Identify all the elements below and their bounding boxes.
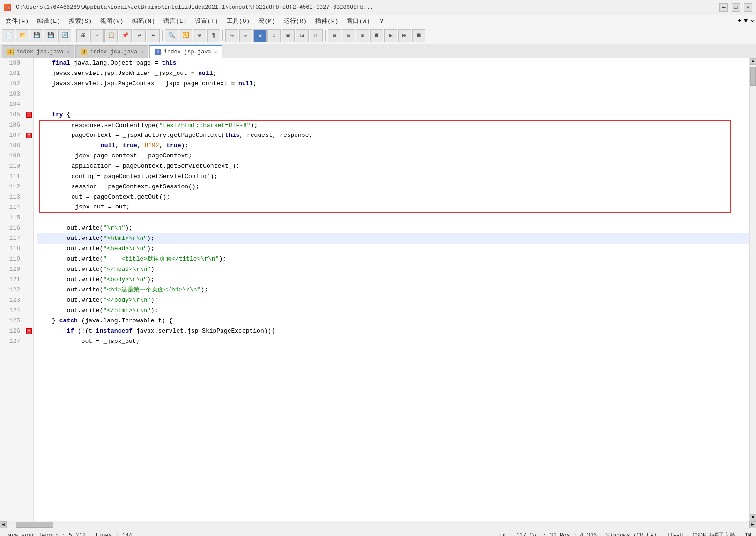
toolbar-b11[interactable]: ⏺ [370,29,383,42]
toolbar-new[interactable]: 📄 [2,29,15,42]
ln-111: 111 [0,171,20,182]
close-button[interactable]: ✕ [744,3,752,12]
toolbar-replace[interactable]: 🔁 [179,29,192,42]
ln-123: 123 [0,295,20,305]
toolbar-b2[interactable]: ⇤ [239,29,252,42]
menu-search[interactable]: 搜索(S) [65,16,96,26]
scroll-right-arrow[interactable]: ▶ [749,521,756,528]
toolbar-find[interactable]: 🔍 [165,29,178,42]
ln-100: 100 [0,58,20,68]
ln-125: 125 [0,316,20,326]
status-source: CSDN @橘子之路 [692,531,735,536]
scrollbar-right[interactable]: ▲ ▼ [749,58,756,521]
menu-run[interactable]: 运行(R) [280,16,311,26]
toolbar-b13[interactable]: ⏭ [398,29,411,42]
fold-126-btn[interactable]: − [26,328,32,334]
menu-close[interactable]: ✕ [750,17,754,25]
scroll-left-arrow[interactable]: ◀ [0,521,7,528]
ln-110: 110 [0,161,20,171]
menu-plugin[interactable]: 插件(P) [311,16,342,26]
scroll-thumb[interactable] [750,67,756,86]
tab-2-icon: J [81,49,87,55]
toolbar-b10[interactable]: ◉ [356,29,369,42]
title-bar: 🔧 C:\Users\1764466269\AppData\Local\JetB… [0,0,756,15]
code-line-103 [37,89,749,99]
menu-encode[interactable]: 编码(N) [128,16,159,26]
ln-122: 122 [0,285,20,295]
toolbar-reload[interactable]: 🔄 [58,29,71,42]
toolbar-save[interactable]: 💾 [30,29,43,42]
ln-103: 103 [0,89,20,99]
toolbar-open[interactable]: 📂 [16,29,29,42]
toolbar-b7[interactable]: ◫ [310,29,323,42]
menu-tools[interactable]: 工具(O) [223,16,253,26]
toolbar-b6[interactable]: ◪ [296,29,309,42]
toolbar-indent[interactable]: ⇥ [225,29,238,42]
fold-109 [24,151,33,161]
fold-107[interactable]: − [24,130,33,141]
toolbar-print[interactable]: 🖨 [76,29,89,42]
toolbar-zoom-in[interactable]: ⊕ [193,29,206,42]
toolbar-paste[interactable]: 📌 [119,29,132,42]
editor: 100 101 102 103 104 105 106 107 108 109 … [0,58,756,521]
status-lines: lines : 144 [95,532,132,536]
menu-dropdown[interactable]: ▼ [744,17,748,24]
menu-settings[interactable]: 设置(T) [191,16,222,26]
fold-120 [24,264,33,275]
toolbar-cut[interactable]: ✂ [90,29,104,42]
fold-111 [24,171,33,182]
menu-view[interactable]: 视图(V) [96,16,127,26]
toolbar-b12[interactable]: ▶ [384,29,397,42]
toolbar-copy[interactable]: 📋 [104,29,118,42]
tab-2-label: index_jsp.java [90,49,137,55]
tab-2[interactable]: J index_jsp.java ✕ [75,45,148,58]
tab-1-close[interactable]: ✕ [67,49,70,55]
scrollbar-bottom[interactable]: ◀ ▶ [0,521,756,528]
scroll-h-thumb[interactable] [16,522,53,528]
minimize-button[interactable]: — [719,3,728,12]
code-area[interactable]: final java.lang.Object page = this; java… [34,58,749,521]
menu-language[interactable]: 语言(L) [160,16,190,26]
toolbar-save-all[interactable]: 💾 [44,29,57,42]
restore-button[interactable]: □ [732,3,740,12]
menu-window[interactable]: 窗口(W) [343,16,373,26]
toolbar-b1[interactable]: ¶ [207,29,220,42]
scroll-h-track[interactable] [7,521,749,528]
fold-127 [24,336,33,347]
code-line-113: out = pageContext.getOut(); [39,192,731,202]
status-bar-right: Ln : 117 Col : 31 Pos : 4,316 Windows (C… [499,531,751,536]
menu-file[interactable]: 文件(F) [2,16,32,26]
fold-105-btn[interactable]: − [26,112,32,118]
scroll-up-arrow[interactable]: ▲ [750,58,756,65]
ln-104: 104 [0,99,20,110]
toolbar-sep1 [74,30,74,41]
toolbar-undo[interactable]: ↩ [133,29,146,42]
tab-1[interactable]: J index_jsp.java ✕ [2,45,74,58]
fold-105[interactable]: − [24,110,33,120]
toolbar-b8[interactable]: ⊞ [328,29,341,42]
toolbar-b14[interactable]: ⏹ [412,29,425,42]
ln-118: 118 [0,244,20,254]
tab-1-label: index_jsp.java [16,49,64,55]
menu-help[interactable]: ？ [375,16,388,26]
toolbar-b3[interactable]: ≡ [253,29,267,42]
toolbar-b9[interactable]: ⊟ [342,29,355,42]
ln-109: 109 [0,151,20,161]
tab-2-close[interactable]: ✕ [140,49,143,55]
menu-macro[interactable]: 宏(M) [254,16,279,26]
fold-107-btn[interactable]: − [26,133,32,138]
fold-102 [24,79,33,89]
fold-126[interactable]: − [24,326,33,336]
toolbar-b5[interactable]: ▣ [282,29,295,42]
tab-3[interactable]: J index_jsp.java ✕ [149,45,222,58]
menu-edit[interactable]: 编辑(E) [33,16,64,26]
scroll-down-arrow[interactable]: ▼ [750,514,756,521]
title-bar-controls[interactable]: — □ ✕ [719,3,752,12]
code-line-124: out.write("</html>\r\n"); [37,305,749,316]
toolbar-b4[interactable]: ⇕ [267,29,281,42]
tab-3-close[interactable]: ✕ [214,49,217,55]
toolbar-redo[interactable]: ↪ [147,29,160,42]
menu-plus[interactable]: + [738,17,741,24]
code-line-115 [37,213,749,223]
scroll-track[interactable] [750,65,756,514]
